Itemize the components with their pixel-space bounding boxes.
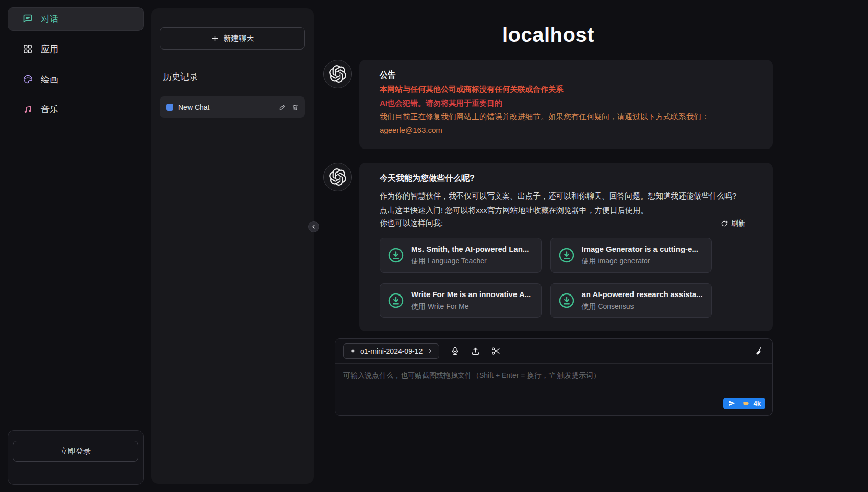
suggestion-card[interactable]: Image Generator is a cutting-e... 使用 ima… — [550, 238, 712, 273]
welcome-body: 作为你的智慧伙伴，我不仅可以写文案、出点子，还可以和你聊天、回答问题。想知道我还… — [380, 189, 737, 217]
suggestion-title: Ms. Smith, the AI-powered Lan... — [411, 244, 529, 253]
suggestion-card[interactable]: an AI-powered research assista... 使用 Con… — [550, 283, 712, 318]
sidebar-item-apps[interactable]: 应用 — [8, 37, 144, 61]
sparkle-icon — [349, 348, 356, 354]
chevron-left-icon — [311, 224, 317, 230]
suggestion-title: Write For Me is an innovative A... — [411, 290, 531, 299]
edit-icon[interactable] — [279, 104, 286, 111]
composer: o1-mini-2024-09-12 — [335, 338, 773, 416]
send-button[interactable]: 4k — [723, 398, 765, 409]
chat-icon — [22, 14, 33, 24]
chat-list-item[interactable]: New Chat — [160, 96, 305, 118]
upload-button[interactable] — [471, 346, 480, 356]
suggestion-subtitle: 使用 Language Teacher — [411, 257, 529, 266]
sidebar-item-label: 对话 — [41, 13, 58, 25]
scissors-button[interactable] — [491, 346, 501, 356]
sidebar-item-draw[interactable]: 绘画 — [8, 67, 144, 91]
scissors-icon — [491, 346, 501, 356]
panel-divider — [314, 0, 314, 492]
upload-icon — [471, 346, 480, 356]
pill-divider — [739, 400, 739, 406]
suggestion-subtitle: 使用 Write For Me — [411, 302, 531, 311]
plus-icon — [211, 35, 219, 42]
new-chat-button[interactable]: 新建聊天 — [160, 27, 305, 50]
history-title: 历史记录 — [163, 71, 305, 83]
login-panel: 立即登录 — [8, 430, 144, 485]
suggestion-title: an AI-powered research assista... — [582, 290, 703, 299]
announcement-card: 公告 本网站与任何其他公司或商标没有任何关联或合作关系 AI也会犯错。请勿将其用… — [359, 60, 773, 149]
clear-context-button[interactable] — [755, 346, 764, 356]
download-circle-icon — [387, 292, 405, 309]
download-circle-icon — [558, 292, 575, 309]
message-welcome: 今天我能为您做些什么呢? 作为你的智慧伙伴，我不仅可以写文案、出点子，还可以和你… — [323, 163, 773, 331]
broom-icon — [755, 346, 764, 356]
openai-logo-icon — [329, 168, 346, 186]
chat-list-panel: 新建聊天 历史记录 New Chat — [151, 8, 314, 484]
chevron-right-icon — [427, 348, 433, 354]
chat-item-title: New Chat — [178, 103, 274, 111]
composer-toolbar: o1-mini-2024-09-12 — [335, 339, 772, 364]
welcome-hint-row: 你也可以这样问我: 刷新 — [380, 218, 748, 229]
collapse-handle[interactable] — [308, 221, 319, 232]
sidebar-item-label: 音乐 — [41, 104, 58, 115]
new-chat-label: 新建聊天 — [224, 34, 254, 43]
welcome-ask-hint: 你也可以这样问我: — [380, 218, 443, 228]
page-title: localhost — [323, 23, 773, 46]
model-name: o1-mini-2024-09-12 — [360, 347, 423, 355]
sidebar-item-label: 绘画 — [41, 73, 58, 85]
sidebar: 对话 应用 绘画 音乐 立即登录 — [0, 0, 151, 492]
message-announcement: 公告 本网站与任何其他公司或商标没有任何关联或合作关系 AI也会犯错。请勿将其用… — [323, 60, 773, 149]
assistant-avatar — [323, 163, 352, 191]
composer-send-row: 4k — [335, 395, 772, 415]
announcement-line: 我们目前正在修复我们网站上的错误并改进细节。如果您有任何疑问，请通过以下方式联系… — [380, 111, 748, 122]
announcement-line: AI也会犯错。请勿将其用于重要目的 — [380, 97, 748, 109]
token-count: 4k — [754, 400, 761, 407]
download-circle-icon — [558, 247, 575, 264]
suggestion-title: Image Generator is a cutting-e... — [582, 244, 698, 253]
send-icon — [728, 400, 735, 407]
message-input[interactable] — [335, 364, 772, 395]
contact-email-link[interactable]: ageerle@163.com — [380, 125, 442, 136]
chat-item-actions — [279, 104, 299, 111]
refresh-label: 刷新 — [731, 219, 745, 228]
main-area: localhost 公告 本网站与任何其他公司或商标没有任何关联或合作关系 AI… — [314, 0, 868, 492]
palette-icon — [22, 74, 33, 84]
mic-icon — [450, 346, 460, 356]
suggestion-grid: Ms. Smith, the AI-powered Lan... 使用 Lang… — [380, 238, 712, 318]
announcement-line: 本网站与任何其他公司或商标没有任何关联或合作关系 — [380, 84, 748, 95]
suggestion-subtitle: 使用 image generator — [582, 257, 698, 266]
refresh-button[interactable]: 刷新 — [718, 218, 748, 229]
sidebar-item-chat[interactable]: 对话 — [8, 7, 144, 31]
sidebar-spacer — [8, 128, 144, 430]
app-root: 对话 应用 绘画 音乐 立即登录 — [0, 0, 868, 492]
message-list: 公告 本网站与任何其他公司或商标没有任何关联或合作关系 AI也会犯错。请勿将其用… — [323, 60, 773, 331]
assistant-avatar — [323, 60, 352, 88]
token-icon — [743, 400, 750, 407]
suggestion-card[interactable]: Write For Me is an innovative A... 使用 Wr… — [380, 283, 542, 318]
sidebar-item-label: 应用 — [41, 43, 58, 55]
suggestion-card[interactable]: Ms. Smith, the AI-powered Lan... 使用 Lang… — [380, 238, 542, 273]
chat-item-icon — [166, 104, 173, 111]
composer-input-area — [335, 364, 772, 395]
sidebar-item-music[interactable]: 音乐 — [8, 97, 144, 121]
refresh-icon — [721, 220, 728, 227]
music-icon — [22, 104, 33, 114]
announcement-title: 公告 — [380, 70, 748, 81]
welcome-card: 今天我能为您做些什么呢? 作为你的智慧伙伴，我不仅可以写文案、出点子，还可以和你… — [359, 163, 773, 331]
suggestion-subtitle: 使用 Consensus — [582, 302, 703, 311]
model-selector[interactable]: o1-mini-2024-09-12 — [343, 343, 439, 359]
openai-logo-icon — [329, 65, 346, 83]
download-circle-icon — [387, 247, 405, 264]
mic-button[interactable] — [450, 346, 460, 356]
apps-icon — [22, 44, 33, 54]
login-button[interactable]: 立即登录 — [13, 441, 138, 462]
welcome-title: 今天我能为您做些什么呢? — [380, 173, 748, 184]
delete-icon[interactable] — [292, 104, 299, 111]
